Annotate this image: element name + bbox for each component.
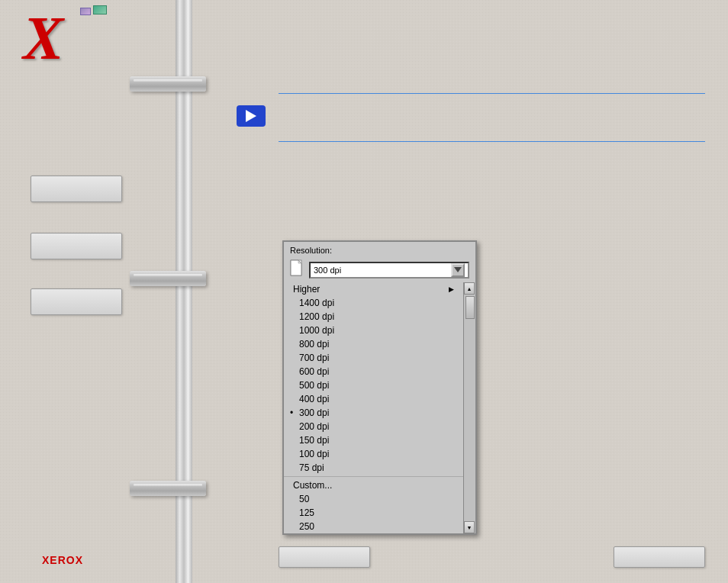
dropdown-arrow-icon bbox=[454, 267, 462, 272]
shelf-1 bbox=[130, 76, 206, 92]
resolution-option-800[interactable]: 800 dpi bbox=[284, 337, 463, 351]
arrow-right-icon bbox=[246, 110, 256, 122]
scroll-up-button[interactable]: ▲ bbox=[464, 282, 475, 295]
bottom-left-button[interactable] bbox=[279, 546, 370, 568]
blue-line-top bbox=[279, 93, 705, 94]
xerox-logo: X bbox=[23, 8, 63, 69]
resolution-option-1200[interactable]: 1200 dpi bbox=[284, 310, 463, 324]
scroll-down-button[interactable]: ▼ bbox=[464, 521, 475, 533]
resolution-dropdown[interactable]: 300 dpi bbox=[309, 262, 469, 279]
resolution-option-600[interactable]: 600 dpi bbox=[284, 365, 463, 378]
left-button-3[interactable] bbox=[31, 288, 122, 315]
resolution-current-value: 300 dpi bbox=[314, 266, 341, 275]
resolution-panel: Resolution: 300 dpi Higher 1400 dpi 1200… bbox=[282, 240, 477, 535]
left-button-2[interactable] bbox=[31, 233, 122, 259]
scroll-track bbox=[464, 295, 475, 521]
icon-box-1 bbox=[80, 8, 91, 15]
navigate-arrow-button[interactable] bbox=[237, 105, 266, 127]
bottom-right-button[interactable] bbox=[614, 546, 705, 568]
resolution-option-50[interactable]: 50 bbox=[284, 492, 463, 506]
resolution-option-200[interactable]: 200 dpi bbox=[284, 420, 463, 433]
xerox-x-letter: X bbox=[23, 5, 63, 72]
resolution-option-400[interactable]: 400 dpi bbox=[284, 392, 463, 406]
dropdown-trigger[interactable] bbox=[451, 263, 465, 277]
resolution-scrollbar: ▲ ▼ bbox=[463, 282, 475, 533]
resolution-option-700[interactable]: 700 dpi bbox=[284, 351, 463, 365]
resolution-doc-icon bbox=[290, 259, 305, 280]
resolution-options-list: Higher 1400 dpi 1200 dpi 1000 dpi 800 dp… bbox=[284, 282, 463, 533]
resolution-option-300[interactable]: 300 dpi bbox=[284, 406, 463, 420]
resolution-label: Resolution: bbox=[284, 242, 475, 257]
shelf-3 bbox=[130, 481, 206, 496]
blue-line-bottom bbox=[279, 141, 705, 142]
resolution-option-75[interactable]: 75 dpi bbox=[284, 461, 463, 475]
left-button-1[interactable] bbox=[31, 176, 122, 202]
scroll-thumb[interactable] bbox=[465, 296, 475, 319]
resolution-option-higher[interactable]: Higher bbox=[284, 282, 463, 296]
resolution-option-1000[interactable]: 1000 dpi bbox=[284, 324, 463, 337]
xerox-icon-cluster bbox=[80, 8, 107, 15]
resolution-option-125[interactable]: 125 bbox=[284, 506, 463, 520]
resolution-option-250[interactable]: 250 bbox=[284, 520, 463, 533]
resolution-divider bbox=[284, 476, 463, 477]
icon-box-2 bbox=[93, 5, 107, 14]
resolution-option-150[interactable]: 150 dpi bbox=[284, 433, 463, 447]
shelf-2 bbox=[130, 271, 206, 286]
resolution-option-500[interactable]: 500 dpi bbox=[284, 378, 463, 392]
resolution-options-container: Higher 1400 dpi 1200 dpi 1000 dpi 800 dp… bbox=[284, 282, 475, 533]
resolution-option-100[interactable]: 100 dpi bbox=[284, 447, 463, 461]
resolution-option-custom[interactable]: Custom... bbox=[284, 478, 463, 492]
xerox-brand-label: XEROX bbox=[42, 554, 83, 566]
resolution-option-1400[interactable]: 1400 dpi bbox=[284, 296, 463, 310]
resolution-select-row: 300 dpi bbox=[284, 257, 475, 282]
